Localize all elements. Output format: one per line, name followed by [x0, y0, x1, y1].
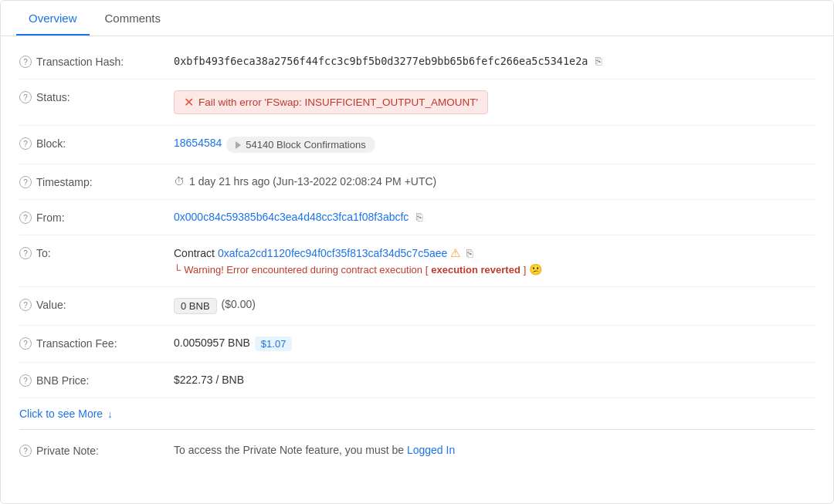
help-icon-to[interactable]: ?: [19, 247, 32, 259]
help-icon-status[interactable]: ?: [19, 91, 32, 103]
copy-icon-tx-hash[interactable]: ⎘: [595, 55, 602, 67]
tab-bar: Overview Comments: [1, 1, 833, 36]
row-transaction-fee: ? Transaction Fee: 0.0050957 BNB $1.07: [19, 326, 815, 363]
label-status: ? Status:: [19, 90, 174, 103]
to-first-line: Contract 0xafca2cd1120fec94f0cf35f813caf…: [174, 246, 542, 260]
overview-content: ? Transaction Hash: 0xbfb493f6eca38a2756…: [1, 36, 833, 483]
help-icon-tx-hash[interactable]: ?: [19, 56, 32, 68]
value-transaction-fee: 0.0050957 BNB $1.07: [174, 337, 815, 351]
smiley-icon: 😕: [529, 263, 542, 276]
click-more-link[interactable]: Click to see More: [19, 408, 103, 420]
block-confirmations-badge: 54140 Block Confirmations: [226, 137, 375, 153]
label-text-to: To:: [36, 247, 51, 259]
warning-text: Warning! Error encountered during contra…: [184, 264, 428, 276]
help-icon-from[interactable]: ?: [19, 211, 32, 224]
label-block: ? Block:: [19, 137, 174, 150]
contract-label: Contract: [174, 247, 215, 259]
warning-triangle-icon: ⚠: [450, 246, 460, 260]
label-timestamp: ? Timestamp:: [19, 175, 174, 188]
block-number-link[interactable]: 18654584: [174, 137, 222, 149]
timestamp-value: 1 day 21 hrs ago (Jun-13-2022 02:08:24 P…: [189, 175, 436, 188]
row-status: ? Status: ✕ Fail with error 'FSwap: INSU…: [19, 79, 815, 126]
row-from: ? From: 0x000c84c59385b64c3ea4d48cc3fca1…: [19, 200, 815, 235]
label-private-note: ? Private Note:: [19, 444, 174, 457]
tab-comments[interactable]: Comments: [93, 1, 174, 36]
label-from: ? From:: [19, 211, 174, 224]
row-timestamp: ? Timestamp: ⏱ 1 day 21 hrs ago (Jun-13-…: [19, 164, 815, 200]
copy-icon-to[interactable]: ⎘: [466, 247, 473, 259]
tab-overview[interactable]: Overview: [16, 1, 90, 36]
value-transaction-hash: 0xbfb493f6eca38a2756f44fcc3c9bf5b0d3277e…: [174, 55, 815, 67]
value-timestamp: ⏱ 1 day 21 hrs ago (Jun-13-2022 02:08:24…: [174, 175, 815, 188]
value-block: 18654584 54140 Block Confirmations: [174, 137, 815, 153]
help-icon-block[interactable]: ?: [19, 137, 32, 150]
bnb-amount-badge: 0 BNB: [174, 298, 217, 314]
fee-usd-badge: $1.07: [255, 337, 293, 351]
label-text-bnb-price: BNB Price:: [36, 374, 89, 387]
label-text-status: Status:: [36, 91, 70, 103]
help-icon-fee[interactable]: ?: [19, 337, 32, 350]
bnb-price-value: $222.73 / BNB: [174, 374, 244, 386]
tx-hash-value: 0xbfb493f6eca38a2756f44fcc3c9bf5b0d3277e…: [174, 55, 588, 67]
label-bnb-price: ? BNB Price:: [19, 374, 174, 387]
from-address-link[interactable]: 0x000c84c59385b64c3ea4d48cc3fca1f08f3abc…: [174, 211, 409, 223]
label-text-timestamp: Timestamp:: [36, 176, 93, 188]
to-warning-container: Contract 0xafca2cd1120fec94f0cf35f813caf…: [174, 246, 542, 276]
label-text-block: Block:: [36, 137, 66, 150]
label-to: ? To:: [19, 246, 174, 259]
revert-badge: execution reverted: [431, 264, 520, 276]
error-dot-icon: ✕: [184, 95, 194, 110]
usd-amount-text: ($0.00): [222, 298, 256, 310]
status-error-badge: ✕ Fail with error 'FSwap: INSUFFICIENT_O…: [174, 90, 488, 114]
contract-address-link[interactable]: 0xafca2cd1120fec94f0cf35f813caf34d5c7c5a…: [218, 247, 447, 259]
row-block: ? Block: 18654584 54140 Block Confirmati…: [19, 126, 815, 164]
row-bnb-price: ? BNB Price: $222.73 / BNB: [19, 363, 815, 398]
logged-in-link[interactable]: Logged In: [407, 444, 455, 456]
row-to: ? To: Contract 0xafca2cd1120fec94f0cf35f…: [19, 235, 815, 287]
label-text-from: From:: [36, 211, 65, 224]
chevron-down-icon[interactable]: ↓: [107, 408, 113, 420]
help-icon-private-note[interactable]: ?: [19, 445, 32, 457]
private-note-text-before: To access the Private Note feature, you …: [174, 444, 407, 456]
clock-icon: ⏱: [174, 175, 185, 188]
copy-icon-from[interactable]: ⎘: [416, 211, 422, 223]
value-from: 0x000c84c59385b64c3ea4d48cc3fca1f08f3abc…: [174, 211, 815, 223]
label-text-fee: Transaction Fee:: [36, 337, 117, 350]
label-value: ? Value:: [19, 298, 174, 311]
fee-bnb-amount: 0.0050957 BNB: [174, 337, 250, 349]
private-note-text: To access the Private Note feature, you …: [174, 444, 455, 456]
label-transaction-hash: ? Transaction Hash:: [19, 55, 174, 68]
label-text-value: Value:: [36, 299, 66, 311]
help-icon-bnb-price[interactable]: ?: [19, 374, 32, 387]
warning-arrow: └: [174, 264, 181, 276]
status-error-text: Fail with error 'FSwap: INSUFFICIENT_OUT…: [198, 96, 478, 108]
label-text-tx-hash: Transaction Hash:: [36, 56, 124, 68]
row-private-note: ? Private Note: To access the Private No…: [19, 433, 815, 468]
help-icon-value[interactable]: ?: [19, 299, 32, 311]
warning-end: ]: [524, 264, 527, 276]
row-value: ? Value: 0 BNB ($0.00): [19, 287, 815, 326]
divider: [19, 429, 815, 430]
value-to: Contract 0xafca2cd1120fec94f0cf35f813caf…: [174, 246, 815, 276]
help-icon-timestamp[interactable]: ?: [19, 176, 32, 188]
click-more-row[interactable]: Click to see More ↓: [19, 398, 815, 426]
contract-warning-message: └ Warning! Error encountered during cont…: [174, 263, 542, 276]
transaction-detail-panel: Overview Comments ? Transaction Hash: 0x…: [0, 0, 834, 504]
value-bnb-price: $222.73 / BNB: [174, 374, 815, 386]
label-text-private-note: Private Note:: [36, 445, 99, 457]
value-status: ✕ Fail with error 'FSwap: INSUFFICIENT_O…: [174, 90, 815, 114]
value-value: 0 BNB ($0.00): [174, 298, 815, 314]
label-transaction-fee: ? Transaction Fee:: [19, 337, 174, 350]
row-transaction-hash: ? Transaction Hash: 0xbfb493f6eca38a2756…: [19, 44, 815, 79]
value-private-note: To access the Private Note feature, you …: [174, 444, 815, 456]
